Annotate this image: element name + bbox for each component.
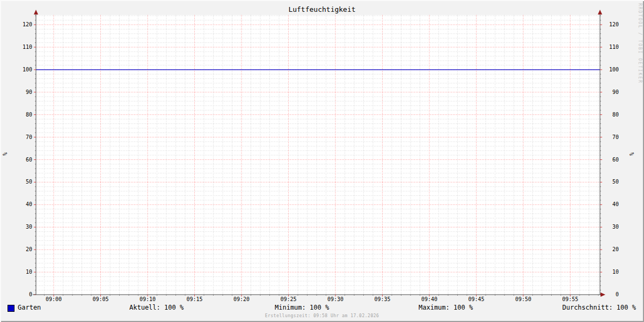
stat-aktuell: Aktuell: 100 %: [129, 304, 184, 311]
series-legend-label: Garten: [18, 304, 41, 311]
rrdtool-humidity-graph: Luftfeuchtigkeit RRDTOOL / TOBI OETIKER …: [0, 0, 644, 322]
legend-row: Garten Aktuell: 100 % Minimum: 100 % Max…: [0, 0, 644, 322]
stat-maximum: Maximum: 100 %: [419, 304, 473, 311]
series-color-swatch: [8, 305, 14, 312]
stat-minimum: Minimum: 100 %: [275, 304, 329, 311]
creation-time-note: Erstellungszeit: 09:58 Uhr am 17.02.2026: [0, 313, 644, 318]
stat-durchschnitt: Durchschnitt: 100 %: [562, 304, 636, 311]
